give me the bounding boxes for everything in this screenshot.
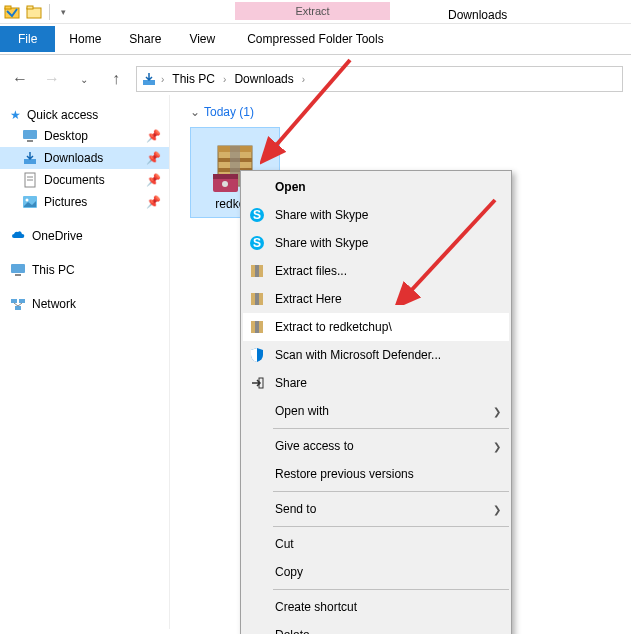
cm-restore[interactable]: Restore previous versions — [243, 460, 509, 488]
group-header-today[interactable]: ⌄ Today (1) — [190, 105, 611, 119]
svg-rect-33 — [255, 265, 259, 277]
svg-rect-14 — [15, 274, 21, 276]
sidebar-item-pictures[interactable]: Pictures 📌 — [0, 191, 169, 213]
cm-copy[interactable]: Copy — [243, 558, 509, 586]
qat-dropdown[interactable]: ▾ — [53, 2, 73, 22]
breadcrumb-bar[interactable]: › This PC › Downloads › — [136, 66, 623, 92]
share-icon — [247, 374, 267, 392]
qat-divider — [49, 4, 50, 20]
chevron-down-icon: ⌄ — [190, 105, 200, 119]
sidebar-label: Network — [32, 297, 76, 311]
svg-rect-3 — [27, 6, 33, 9]
cm-cut[interactable]: Cut — [243, 530, 509, 558]
sidebar-item-downloads[interactable]: Downloads 📌 — [0, 147, 169, 169]
chevron-right-icon: ❯ — [493, 504, 501, 515]
skype-icon: S — [247, 234, 267, 252]
cm-defender[interactable]: Scan with Microsoft Defender... — [243, 341, 509, 369]
sidebar-label: Quick access — [27, 108, 98, 122]
pin-icon: 📌 — [146, 195, 161, 209]
archive-icon — [247, 262, 267, 280]
cm-open[interactable]: Open — [243, 173, 509, 201]
pictures-icon — [22, 194, 38, 210]
back-button[interactable]: ← — [8, 67, 32, 91]
sidebar-item-documents[interactable]: Documents 📌 — [0, 169, 169, 191]
onedrive-icon — [10, 228, 26, 244]
breadcrumb-thispc[interactable]: This PC — [168, 70, 219, 88]
skype-icon: S — [247, 206, 267, 224]
menu-separator — [273, 526, 509, 527]
forward-button[interactable]: → — [40, 67, 64, 91]
svg-rect-15 — [11, 299, 17, 303]
cm-share[interactable]: Share — [243, 369, 509, 397]
sidebar-thispc[interactable]: This PC — [0, 259, 169, 281]
cm-shortcut[interactable]: Create shortcut — [243, 593, 509, 621]
cm-skype1[interactable]: SShare with Skype — [243, 201, 509, 229]
cm-delete[interactable]: Delete — [243, 621, 509, 634]
pin-icon: 📌 — [146, 129, 161, 143]
svg-rect-6 — [27, 140, 33, 142]
documents-icon — [22, 172, 38, 188]
chevron-right-icon: ❯ — [493, 441, 501, 452]
svg-text:S: S — [253, 208, 261, 222]
downloads-icon — [22, 150, 38, 166]
svg-rect-26 — [213, 174, 238, 179]
up-button[interactable]: ↑ — [104, 67, 128, 91]
svg-rect-5 — [23, 130, 37, 139]
tab-view[interactable]: View — [175, 26, 229, 52]
chevron-icon[interactable]: › — [302, 74, 305, 85]
sidebar-label: Downloads — [44, 151, 103, 165]
cm-extract-to[interactable]: Extract to redketchup\ — [243, 313, 509, 341]
archive-icon — [247, 318, 267, 336]
svg-point-27 — [222, 181, 228, 187]
recent-locations[interactable]: ⌄ — [72, 67, 96, 91]
navigation-pane: ★ Quick access Desktop 📌 Downloads 📌 Doc… — [0, 95, 170, 629]
menu-separator — [273, 491, 509, 492]
context-menu: Open SShare with Skype SShare with Skype… — [240, 170, 512, 634]
sidebar-onedrive[interactable]: OneDrive — [0, 225, 169, 247]
cm-extract-files[interactable]: Extract files... — [243, 257, 509, 285]
svg-line-19 — [18, 303, 22, 306]
cm-open-with[interactable]: Open with❯ — [243, 397, 509, 425]
svg-point-12 — [26, 199, 29, 202]
cm-skype2[interactable]: SShare with Skype — [243, 229, 509, 257]
svg-rect-35 — [255, 293, 259, 305]
cm-extract-here[interactable]: Extract Here — [243, 285, 509, 313]
tab-home[interactable]: Home — [55, 26, 115, 52]
network-icon — [10, 296, 26, 312]
star-icon: ★ — [10, 108, 21, 122]
breadcrumb-downloads[interactable]: Downloads — [230, 70, 297, 88]
desktop-icon — [22, 128, 38, 144]
chevron-icon[interactable]: › — [161, 74, 164, 85]
svg-rect-17 — [15, 306, 21, 310]
folder-qat-icon[interactable] — [24, 2, 44, 22]
svg-rect-1 — [5, 6, 11, 9]
archive-icon — [247, 290, 267, 308]
context-ribbon-header: Extract — [235, 2, 390, 20]
chevron-icon[interactable]: › — [223, 74, 226, 85]
sidebar-item-desktop[interactable]: Desktop 📌 — [0, 125, 169, 147]
tab-share[interactable]: Share — [115, 26, 175, 52]
window-title: Downloads — [428, 2, 511, 28]
cm-give-access[interactable]: Give access to❯ — [243, 432, 509, 460]
ribbon-tabs: File Home Share View Compressed Folder T… — [0, 24, 631, 52]
explorer-icon[interactable] — [2, 2, 22, 22]
svg-text:S: S — [253, 236, 261, 250]
sidebar-label: Documents — [44, 173, 105, 187]
sidebar-label: This PC — [32, 263, 75, 277]
menu-separator — [273, 589, 509, 590]
address-bar: ← → ⌄ ↑ › This PC › Downloads › — [0, 63, 631, 95]
pin-icon: 📌 — [146, 151, 161, 165]
tab-file[interactable]: File — [0, 26, 55, 52]
sidebar-quick-access[interactable]: ★ Quick access — [0, 105, 169, 125]
sidebar-label: OneDrive — [32, 229, 83, 243]
svg-line-18 — [14, 303, 18, 306]
tab-compressed-tools[interactable]: Compressed Folder Tools — [233, 26, 398, 52]
cm-send-to[interactable]: Send to❯ — [243, 495, 509, 523]
thispc-icon — [10, 262, 26, 278]
sidebar-network[interactable]: Network — [0, 293, 169, 315]
shield-icon — [247, 346, 267, 364]
menu-separator — [273, 428, 509, 429]
sidebar-label: Pictures — [44, 195, 87, 209]
svg-rect-13 — [11, 264, 25, 273]
chevron-right-icon: ❯ — [493, 406, 501, 417]
